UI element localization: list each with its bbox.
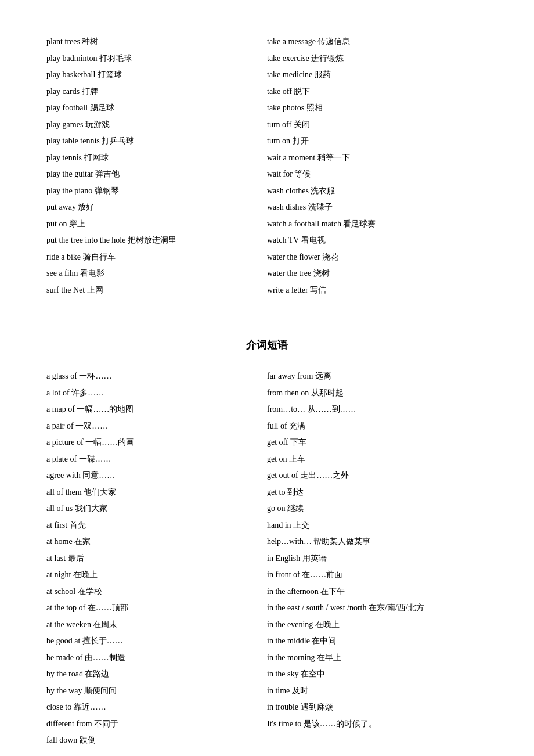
section2-title: 介词短语 <box>46 338 488 352</box>
list-item: play the piano 弹钢琴 <box>46 184 267 199</box>
list-item: a glass of 一杯…… <box>46 369 267 384</box>
list-item: play the guitar 弹吉他 <box>46 167 267 182</box>
divider <box>46 297 488 315</box>
list-item: a map of 一幅……的地图 <box>46 402 267 417</box>
list-item: at the weeken 在周末 <box>46 618 267 632</box>
list-item: in the morning 在早上 <box>267 651 488 665</box>
list-item: wash dishes 洗碟子 <box>267 200 488 215</box>
list-item: a picture of 一幅……的画 <box>46 435 267 450</box>
list-item: agree with 同意…… <box>46 469 267 483</box>
list-item: by the road 在路边 <box>46 667 267 682</box>
list-item: a pair of 一双…… <box>46 419 267 434</box>
list-item: play table tennis 打乒乓球 <box>46 134 267 149</box>
list-item: see a film 看电影 <box>46 267 267 281</box>
list-item: wait for 等候 <box>267 167 488 182</box>
list-item: put away 放好 <box>46 200 267 215</box>
list-item: at home 在家 <box>46 535 267 549</box>
list-item: play badminton 打羽毛球 <box>46 52 267 66</box>
list-item: be good at 擅长于…… <box>46 634 267 649</box>
list-item: from then on 从那时起 <box>267 386 488 401</box>
section1-col1: plant trees 种树play badminton 打羽毛球play ba… <box>46 35 267 297</box>
list-item: in English 用英语 <box>267 552 488 566</box>
list-item: at school 在学校 <box>46 585 267 599</box>
list-item: watch a football match 看足球赛 <box>267 217 488 232</box>
section2-columns: a glass of 一杯……a lot of 许多……a map of 一幅…… <box>46 369 488 748</box>
list-item: in time 及时 <box>267 684 488 699</box>
list-item: be made of 由……制造 <box>46 651 267 665</box>
list-item: get off 下车 <box>267 435 488 450</box>
list-item: get to 到达 <box>267 485 488 500</box>
section2-col1: a glass of 一杯……a lot of 许多……a map of 一幅…… <box>46 369 267 748</box>
list-item: water the tree 浇树 <box>267 267 488 281</box>
list-item: in the east / south / west /north 在东/南/西… <box>267 601 488 615</box>
list-item: a plate of 一碟…… <box>46 452 267 467</box>
list-item: in the middle 在中间 <box>267 634 488 649</box>
list-item: get out of 走出……之外 <box>267 469 488 483</box>
list-item: turn on 打开 <box>267 134 488 149</box>
list-item: from…to… 从……到…… <box>267 402 488 417</box>
section1-columns: plant trees 种树play badminton 打羽毛球play ba… <box>46 35 488 297</box>
list-item: at last 最后 <box>46 552 267 566</box>
list-item: water the flower 浇花 <box>267 250 488 265</box>
list-item: go on 继续 <box>267 502 488 516</box>
list-item: surf the Net 上网 <box>46 283 267 298</box>
list-item: play games 玩游戏 <box>46 118 267 132</box>
list-item: a lot of 许多…… <box>46 386 267 401</box>
list-item: turn off 关闭 <box>267 118 488 132</box>
list-item: wash clothes 洗衣服 <box>267 184 488 199</box>
list-item: in front of 在……前面 <box>267 568 488 582</box>
list-item: get on 上车 <box>267 452 488 467</box>
list-item: play tennis 打网球 <box>46 151 267 165</box>
list-item: in the evening 在晚上 <box>267 618 488 632</box>
list-item: play cards 打牌 <box>46 85 267 99</box>
list-item: at first 首先 <box>46 519 267 533</box>
list-item: in the sky 在空中 <box>267 667 488 682</box>
list-item: take medicine 服药 <box>267 68 488 82</box>
list-item: put the tree into the hole 把树放进洞里 <box>46 233 267 248</box>
list-item: wait a moment 稍等一下 <box>267 151 488 165</box>
list-item: ride a bike 骑自行车 <box>46 250 267 265</box>
list-item: far away from 远离 <box>267 369 488 384</box>
list-item: fall down 跌倒 <box>46 733 267 748</box>
list-item: play football 踢足球 <box>46 101 267 116</box>
list-item: take a message 传递信息 <box>267 35 488 49</box>
list-item: help…with… 帮助某人做某事 <box>267 535 488 549</box>
list-item: in trouble 遇到麻烦 <box>267 700 488 715</box>
list-item: take off 脱下 <box>267 85 488 99</box>
list-item: take exercise 进行锻炼 <box>267 52 488 66</box>
list-item: write a letter 写信 <box>267 283 488 298</box>
list-item: by the way 顺便问问 <box>46 684 267 699</box>
list-item: all of us 我们大家 <box>46 502 267 516</box>
list-item: different from 不同于 <box>46 717 267 732</box>
section1-col2: take a message 传递信息take exercise 进行锻炼tak… <box>267 35 488 297</box>
list-item: put on 穿上 <box>46 217 267 232</box>
list-item: take photos 照相 <box>267 101 488 116</box>
list-item: full of 充满 <box>267 419 488 434</box>
list-item: It's time to 是该……的时候了。 <box>267 717 488 732</box>
list-item: plant trees 种树 <box>46 35 267 49</box>
list-item: all of them 他们大家 <box>46 485 267 500</box>
list-item: play basketball 打篮球 <box>46 68 267 82</box>
list-item: at the top of 在……顶部 <box>46 601 267 615</box>
list-item: hand in 上交 <box>267 519 488 533</box>
list-item: watch TV 看电视 <box>267 233 488 248</box>
section2-col2: far away from 远离from then on 从那时起from…to… <box>267 369 488 748</box>
list-item: in the afternoon 在下午 <box>267 585 488 599</box>
list-item: at night 在晚上 <box>46 568 267 582</box>
list-item: close to 靠近…… <box>46 700 267 715</box>
